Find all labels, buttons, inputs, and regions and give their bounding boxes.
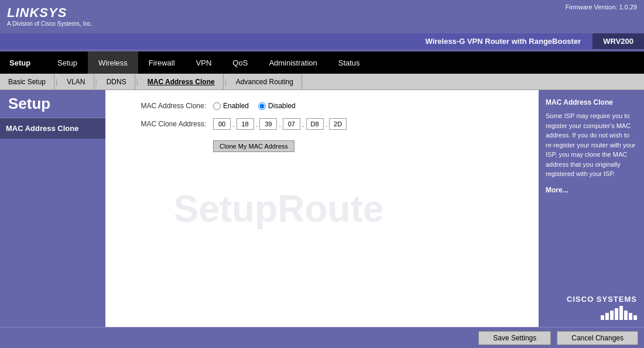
tab-vpn[interactable]: VPN [186,51,222,74]
mac-address-row: MAC Clone Address: . . . . . [119,118,525,130]
sub-tabs: Basic Setup | VLAN | DDNS | MAC Address … [0,74,644,90]
main-content: SetupRoute MAC Address Clone: Enabled Di… [105,90,539,327]
mac-octet-1[interactable] [213,118,231,130]
product-name: Wireless-G VPN Router with RangeBooster [0,33,592,49]
content-inner: MAC Address Clone: Enabled Disabled [119,102,525,152]
mac-sep-5: . [325,120,328,129]
sep1: | [54,78,59,86]
radio-enabled-label[interactable]: Enabled [213,102,249,110]
watermark: SetupRoute [173,187,383,230]
tab-setup[interactable]: Setup [47,51,88,74]
save-settings-button[interactable]: Save Settings [478,331,551,345]
cisco-bar-2 [605,313,609,320]
mac-sep-1: . [232,120,235,129]
cisco-logo-area: CISCO SYSTEMS [546,294,637,321]
mac-sep-2: . [255,120,259,129]
subtab-mac-address-clone[interactable]: MAC Address Clone [139,74,224,89]
setup-big-label: Setup [0,90,105,118]
main-tabs: Setup Setup Wireless Firewall VPN QoS Ad… [0,51,644,74]
mac-clone-row: MAC Address Clone: Enabled Disabled [119,102,525,110]
mac-octet-5[interactable] [306,118,324,130]
page-wrapper: LINKSYS A Division of Cisco Systems, Inc… [0,0,644,348]
mac-octet-6[interactable] [329,118,347,130]
content-section: Setup MAC Address Clone SetupRoute MAC A… [0,90,644,327]
cisco-bar-3 [610,311,614,320]
sep2: | [94,78,98,86]
mac-address-label: MAC Clone Address: [119,120,213,128]
mac-sep-3: . [278,120,282,129]
setup-tab-label: Setup [0,51,47,74]
top-nav: Wireless-G VPN Router with RangeBooster … [0,30,644,51]
mac-octet-3[interactable] [259,118,277,130]
cisco-text: CISCO SYSTEMS [546,294,637,305]
tab-administration[interactable]: Administration [258,51,327,74]
tab-firewall[interactable]: Firewall [138,51,186,74]
cisco-bar-8 [633,315,637,320]
cisco-bar-1 [601,315,604,320]
right-panel-description: Some ISP may require you to register you… [546,111,637,179]
radio-enabled[interactable] [213,102,221,110]
mac-inputs: . . . . . [213,118,347,130]
logo-area: LINKSYS A Division of Cisco Systems, Inc… [7,5,93,27]
subtab-advanced-routing[interactable]: Advanced Routing [228,74,302,89]
disabled-text: Disabled [268,102,296,110]
subtab-basic-setup[interactable]: Basic Setup [0,74,54,89]
firmware-version: Firmware Version: 1.0.29 [566,4,637,11]
mac-clone-radio-group: Enabled Disabled [213,102,296,110]
sep3: | [135,78,139,86]
subtab-vlan[interactable]: VLAN [59,74,94,89]
mac-octet-4[interactable] [283,118,300,130]
clone-btn-row: Clone My MAC Address [119,138,525,152]
model-badge: WRV200 [592,33,644,49]
mac-sep-4: . [302,120,305,129]
right-panel: MAC Address Clone Some ISP may require y… [539,90,644,327]
cisco-bar-5 [619,306,623,320]
header: LINKSYS A Division of Cisco Systems, Inc… [0,0,644,30]
right-panel-more[interactable]: More... [546,185,637,195]
clone-mac-button[interactable]: Clone My MAC Address [213,140,294,152]
cisco-bar-6 [624,311,628,320]
cancel-changes-button[interactable]: Cancel Changes [557,331,638,345]
cisco-bar-7 [629,313,632,320]
right-panel-title: MAC Address Clone [546,97,637,108]
cisco-bar-4 [615,308,618,320]
logo: LINKSYS [7,5,93,20]
footer: Save Settings Cancel Changes [0,327,644,348]
cisco-bars [546,306,637,320]
sep4: | [224,78,228,86]
left-sidebar: Setup MAC Address Clone [0,90,105,327]
subtab-ddns[interactable]: DDNS [98,74,135,89]
tab-wireless[interactable]: Wireless [88,51,138,74]
tab-status[interactable]: Status [328,51,371,74]
logo-subtitle: A Division of Cisco Systems, Inc. [7,20,93,27]
radio-disabled-label[interactable]: Disabled [258,102,296,110]
mac-octet-2[interactable] [237,118,254,130]
radio-disabled[interactable] [258,102,266,110]
mac-clone-label: MAC Address Clone: [119,102,213,110]
tab-qos[interactable]: QoS [222,51,258,74]
sidebar-page-title: MAC Address Clone [0,118,105,139]
enabled-text: Enabled [223,102,249,110]
